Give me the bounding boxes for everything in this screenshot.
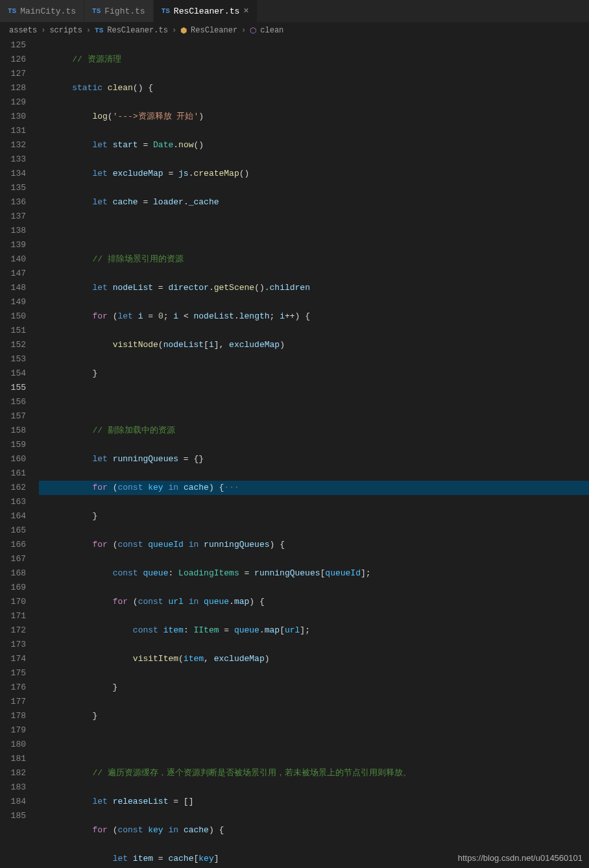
method-icon: ⬡ [250, 26, 256, 36]
tab-label: Fight.ts [104, 6, 145, 16]
breadcrumb-item[interactable]: ResCleaner.ts [107, 26, 168, 35]
tab-rescleaner[interactable]: TS ResCleaner.ts × [154, 0, 258, 22]
tab-fight[interactable]: TS Fight.ts [84, 0, 154, 22]
breadcrumb-item[interactable]: clean [260, 26, 283, 35]
tab-label: ResCleaner.ts [174, 6, 239, 16]
chevron-right-icon: › [172, 26, 176, 35]
tab-maincity[interactable]: TS MainCity.ts [0, 0, 84, 22]
editor[interactable]: 1251261271281291301311321331341351361371… [0, 38, 589, 868]
ts-icon: TS [95, 27, 103, 34]
tab-label: MainCity.ts [20, 6, 76, 16]
breadcrumb-item[interactable]: assets [9, 26, 37, 35]
breadcrumb-item[interactable]: ResCleaner [191, 26, 237, 35]
watermark: https://blog.csdn.net/u014560101 [458, 853, 583, 863]
chevron-right-icon: › [241, 26, 246, 35]
ts-icon: TS [162, 7, 170, 15]
tab-bar: TS MainCity.ts TS Fight.ts TS ResCleaner… [0, 0, 589, 23]
ts-icon: TS [92, 7, 101, 15]
chevron-right-icon: › [86, 26, 91, 35]
line-gutter: 1251261271281291301311321331341351361371… [0, 38, 39, 868]
class-icon: ⬢ [180, 26, 187, 36]
chevron-right-icon: › [41, 26, 45, 35]
ts-icon: TS [8, 7, 16, 15]
code-area[interactable]: // 资源清理 static clean() { log('--->资源释放 开… [39, 38, 589, 868]
close-icon[interactable]: × [243, 6, 248, 16]
breadcrumb-item[interactable]: scripts [49, 26, 82, 35]
breadcrumb: assets › scripts › TS ResCleaner.ts › ⬢ … [0, 23, 589, 38]
